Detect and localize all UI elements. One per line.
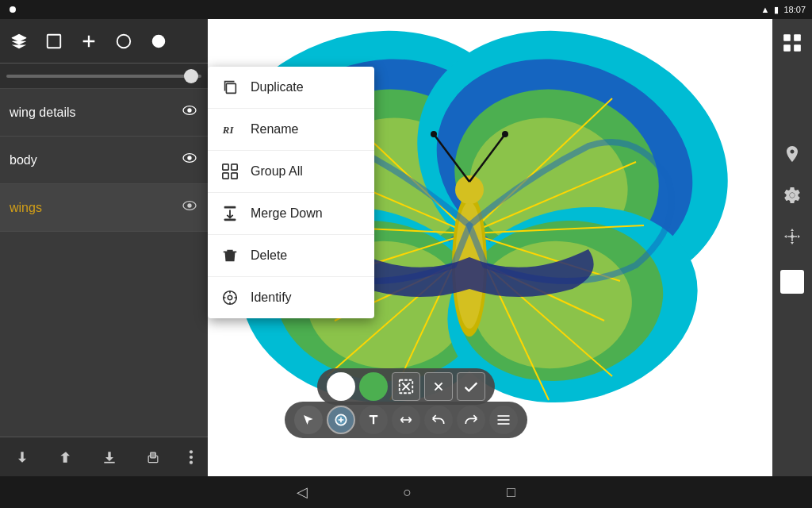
layers-tool-icon[interactable] (6, 29, 32, 54)
menu-item-delete[interactable]: Delete (208, 235, 374, 277)
color-box[interactable] (780, 270, 804, 294)
svg-rect-55 (794, 34, 801, 41)
bottom-nav: ◁ ○ □ (0, 476, 812, 508)
home-button[interactable]: ○ (403, 484, 412, 501)
svg-point-32 (455, 175, 484, 204)
rect-tool-icon[interactable] (41, 29, 67, 54)
svg-point-40 (117, 34, 131, 48)
layer-name-wings: wings (10, 201, 181, 215)
settings-icon[interactable] (778, 181, 806, 210)
svg-rect-65 (232, 173, 237, 179)
pin-icon[interactable] (778, 140, 806, 168)
menu-item-group-all[interactable]: Group All (208, 151, 374, 193)
layer-eye-wings[interactable] (181, 199, 198, 216)
redo-btn[interactable] (457, 406, 485, 434)
identify-icon (220, 288, 239, 307)
canvas-toolbar-bottom (285, 402, 527, 438)
panel-bottom-toolbar (0, 437, 208, 476)
more-options-icon[interactable] (189, 449, 193, 465)
left-panel: wing details body wings (0, 19, 208, 476)
duplicate-label: Duplicate (251, 80, 304, 94)
cursor-tool-btn[interactable] (294, 406, 323, 434)
svg-point-52 (190, 455, 193, 458)
svg-point-43 (187, 108, 191, 112)
svg-rect-60 (226, 83, 236, 93)
svg-rect-67 (224, 218, 236, 221)
transform-tool-btn[interactable] (392, 406, 420, 434)
svg-point-41 (152, 34, 166, 48)
selection-cut-icon[interactable] (392, 372, 420, 401)
context-menu: Duplicate RI Rename Group All (208, 67, 374, 318)
rename-icon: RI (220, 120, 239, 139)
brush-tool-icon[interactable] (146, 29, 171, 54)
svg-rect-37 (13, 37, 26, 38)
back-button[interactable]: ◁ (297, 483, 308, 501)
svg-point-0 (10, 6, 16, 13)
check-icon[interactable] (457, 372, 485, 401)
main-area: wing details body wings (0, 19, 812, 476)
circle-tool-icon[interactable] (111, 29, 136, 54)
svg-rect-54 (783, 34, 791, 41)
move-up-icon[interactable] (58, 449, 74, 465)
menu-item-identify[interactable]: Identify (208, 277, 374, 318)
move-icon[interactable] (778, 222, 806, 251)
layer-item-wings[interactable]: wings (0, 184, 208, 232)
battery-icon: ▮ (774, 5, 779, 15)
svg-point-36 (502, 131, 508, 137)
svg-text:RI: RI (222, 125, 235, 136)
delete-icon (220, 246, 239, 265)
svg-point-58 (790, 193, 795, 198)
brush-shape-circle[interactable] (327, 372, 355, 401)
svg-rect-66 (224, 206, 236, 209)
layer-name-body: body (10, 153, 181, 167)
layer-eye-wing-details[interactable] (181, 104, 198, 121)
menu-list-btn[interactable] (489, 406, 518, 434)
svg-point-69 (228, 295, 232, 300)
undo-btn[interactable] (424, 406, 453, 434)
layer-name-wing-details: wing details (10, 106, 181, 120)
group-all-icon (220, 162, 239, 181)
svg-rect-56 (783, 44, 791, 52)
group-all-label: Group All (251, 164, 303, 179)
move-down2-icon[interactable] (102, 449, 117, 465)
svg-rect-50 (151, 452, 156, 458)
identify-label: Identify (251, 291, 292, 305)
menu-item-rename[interactable]: RI Rename (208, 109, 374, 151)
layers-merge-icon[interactable] (145, 449, 161, 465)
grid-toggle-icon[interactable] (778, 29, 806, 57)
text-tool-btn[interactable] (359, 406, 388, 434)
svg-rect-62 (223, 164, 228, 170)
layer-item-wing-details[interactable]: wing details (0, 89, 208, 137)
delete-label: Delete (251, 248, 287, 263)
duplicate-icon (220, 78, 239, 97)
menu-item-duplicate[interactable]: Duplicate (208, 67, 374, 109)
svg-point-45 (187, 156, 191, 160)
svg-rect-39 (48, 34, 61, 48)
merge-down-icon (220, 204, 239, 223)
layer-item-body[interactable]: body (0, 137, 208, 184)
svg-rect-57 (794, 44, 801, 52)
status-bar-left (6, 3, 19, 16)
cut-icon[interactable] (424, 372, 453, 401)
android-icon (6, 3, 19, 16)
color-green-btn[interactable] (359, 372, 388, 401)
svg-point-53 (190, 460, 193, 464)
svg-rect-38 (13, 40, 26, 42)
layer-eye-body[interactable] (181, 152, 198, 168)
merge-down-label: Merge Down (251, 206, 323, 221)
status-bar-right: ▲ ▮ 18:07 (761, 5, 806, 15)
right-panel (772, 19, 812, 476)
menu-item-merge-down[interactable]: Merge Down (208, 193, 374, 235)
slider-thumb[interactable] (184, 69, 198, 83)
toolbar-row (0, 19, 208, 64)
wifi-icon: ▲ (761, 5, 770, 14)
move-down-icon[interactable] (14, 449, 30, 465)
recent-button[interactable]: □ (507, 484, 515, 501)
add-tool-icon[interactable] (76, 29, 102, 54)
status-bar: ▲ ▮ 18:07 (0, 0, 812, 19)
svg-point-34 (431, 131, 437, 137)
add-to-selection-btn[interactable] (327, 406, 355, 434)
svg-point-47 (187, 203, 191, 207)
rename-label: Rename (251, 122, 298, 137)
brush-size-slider[interactable] (6, 75, 201, 78)
